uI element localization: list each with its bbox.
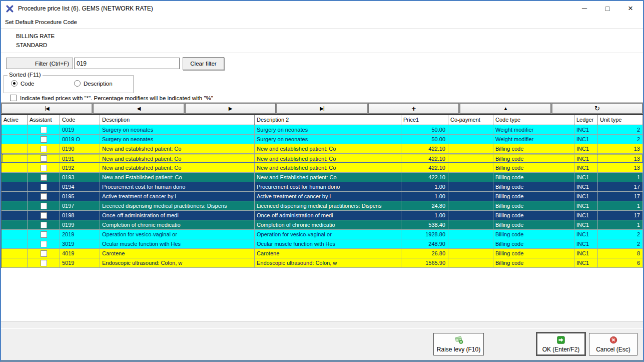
- fixed-prices-option[interactable]: Indicate fixed prices with "*". Percenta…: [10, 95, 213, 101]
- cell-assistant[interactable]: [28, 173, 60, 182]
- cell-assistant[interactable]: [28, 154, 60, 162]
- cell-codetype: Billing code: [493, 239, 574, 248]
- nav-insert-button[interactable]: +: [368, 103, 459, 114]
- cell-assistant[interactable]: [28, 201, 60, 210]
- nav-prior-button[interactable]: ◀: [93, 103, 184, 114]
- filter-button[interactable]: Filter (Ctrl+F): [6, 58, 73, 69]
- table-row[interactable]: 0019Surgery on neonatesSurgery on neonat…: [2, 125, 643, 135]
- cell-assistant[interactable]: [28, 258, 60, 267]
- table-row[interactable]: 0019 OSurgery on neonatesSurgery on neon…: [2, 135, 643, 144]
- assistant-checkbox[interactable]: [41, 212, 47, 219]
- cancel-button[interactable]: Cancel (Esc): [589, 333, 637, 355]
- cell-copay: [448, 230, 493, 239]
- column-header-description[interactable]: Description: [100, 115, 255, 125]
- assistant-checkbox[interactable]: [41, 127, 47, 133]
- cell-assistant[interactable]: [28, 135, 60, 144]
- cell-desc: Carotene: [100, 249, 255, 258]
- table-row[interactable]: 0199Completion of chronic medicatioCompl…: [2, 220, 643, 230]
- nav-first-button[interactable]: |◀: [2, 103, 92, 114]
- table-row[interactable]: 0198Once-off administration of mediOnce-…: [2, 211, 643, 220]
- assistant-checkbox[interactable]: [41, 260, 47, 266]
- column-header-active[interactable]: Active: [2, 115, 28, 125]
- cell-active: [2, 230, 28, 239]
- raise-levy-button[interactable]: Raise levy (F10): [433, 333, 484, 355]
- sort-radio-description[interactable]: Description: [74, 80, 113, 87]
- prior-record-icon: ◀: [137, 106, 141, 111]
- cell-desc2: New and Established patient: Co: [255, 173, 401, 182]
- cell-assistant[interactable]: [28, 192, 60, 201]
- cell-desc: Licenced dispensing medical practitioner…: [100, 201, 255, 210]
- assistant-checkbox[interactable]: [41, 155, 47, 162]
- next-record-icon: ▶: [229, 106, 232, 111]
- clear-filter-button[interactable]: Clear filter: [183, 57, 224, 70]
- table-row[interactable]: 0192New and established patient: CoNew a…: [2, 163, 643, 173]
- table-row[interactable]: 0197Licenced dispensing medical practiti…: [2, 201, 643, 211]
- ok-button[interactable]: OK (Enter/F2): [536, 332, 586, 356]
- assistant-checkbox[interactable]: [41, 146, 47, 152]
- nav-edit-button[interactable]: ▲: [460, 103, 550, 114]
- column-header-code[interactable]: Code: [60, 115, 100, 125]
- cell-assistant[interactable]: [28, 230, 60, 239]
- triangle-up-icon: ▲: [503, 106, 508, 111]
- assistant-checkbox[interactable]: [41, 174, 47, 181]
- cell-price: 1.00: [401, 192, 448, 201]
- column-header-assistant[interactable]: Assistant: [28, 115, 60, 125]
- cell-unit: 17: [598, 192, 643, 201]
- nav-last-button[interactable]: ▶|: [277, 103, 367, 114]
- filter-input[interactable]: [74, 58, 180, 69]
- cell-assistant[interactable]: [28, 125, 60, 134]
- sort-radio-code-label: Code: [21, 81, 35, 87]
- nav-next-button[interactable]: ▶: [185, 103, 276, 114]
- fixed-prices-checkbox[interactable]: [10, 95, 17, 101]
- column-header-unit-type[interactable]: Unit type: [598, 115, 643, 125]
- cell-assistant[interactable]: [28, 163, 60, 172]
- table-row[interactable]: 2019Operation for vesico-vaginal orOpera…: [2, 230, 643, 239]
- assistant-checkbox[interactable]: [41, 165, 47, 171]
- cell-assistant[interactable]: [28, 182, 60, 191]
- ok-arrow-icon: [556, 335, 565, 344]
- column-header-price1[interactable]: Price1: [401, 115, 448, 125]
- assistant-checkbox[interactable]: [41, 241, 47, 247]
- table-row[interactable]: 4019CaroteneCarotene26.80Billing codeINC…: [2, 249, 643, 258]
- sort-radio-code[interactable]: Code: [11, 80, 35, 87]
- column-header-description-2[interactable]: Description 2: [255, 115, 401, 125]
- cell-assistant[interactable]: [28, 211, 60, 220]
- column-header-co-payment[interactable]: Co-payment: [448, 115, 493, 125]
- assistant-checkbox[interactable]: [41, 250, 47, 257]
- table-row[interactable]: 0191New and established patient: CoNew a…: [2, 154, 643, 163]
- table-row[interactable]: 0190New and established patient: CoNew a…: [2, 144, 643, 154]
- cell-code: 0198: [60, 211, 100, 220]
- close-button[interactable]: ×: [619, 1, 642, 16]
- first-record-icon: |◀: [45, 106, 49, 111]
- assistant-checkbox[interactable]: [41, 184, 47, 190]
- cell-assistant[interactable]: [28, 249, 60, 258]
- column-header-code-type[interactable]: Code type: [493, 115, 574, 125]
- assistant-checkbox[interactable]: [41, 222, 47, 228]
- cell-unit: 17: [598, 182, 643, 191]
- cell-price: 1.00: [401, 182, 448, 191]
- cell-assistant[interactable]: [28, 239, 60, 248]
- cell-assistant[interactable]: [28, 220, 60, 229]
- table-row[interactable]: 3019Ocular muscle function with HesOcula…: [2, 239, 643, 249]
- cell-desc2: Completion of chronic medicatio: [255, 220, 401, 229]
- nav-refresh-button[interactable]: ↻: [552, 103, 642, 114]
- radio-code-icon[interactable]: [11, 80, 18, 87]
- minimize-button[interactable]: ─: [573, 1, 596, 16]
- radio-description-icon[interactable]: [74, 80, 81, 87]
- assistant-checkbox[interactable]: [41, 231, 47, 238]
- cell-unit: 1: [598, 173, 643, 182]
- column-header-ledger[interactable]: Ledger: [574, 115, 598, 125]
- table-row[interactable]: 0194Procurement cost for human donoProcu…: [2, 182, 643, 192]
- maximize-button[interactable]: □: [596, 1, 619, 16]
- assistant-checkbox[interactable]: [41, 203, 47, 209]
- cell-unit: 13: [598, 144, 643, 153]
- table-row[interactable]: 0193New and Established patient: CoNew a…: [2, 173, 643, 182]
- assistant-checkbox[interactable]: [41, 193, 47, 200]
- cell-ledger: INC1: [574, 220, 598, 229]
- cell-assistant[interactable]: [28, 144, 60, 153]
- assistant-checkbox[interactable]: [41, 136, 47, 143]
- table-row[interactable]: 5019Endoscopic ultrasound: Colon, wEndos…: [2, 258, 643, 268]
- table-row[interactable]: 0195Active treatment of cancer by lActiv…: [2, 192, 643, 201]
- last-record-icon: ▶|: [320, 106, 324, 111]
- cell-copay: [448, 163, 493, 172]
